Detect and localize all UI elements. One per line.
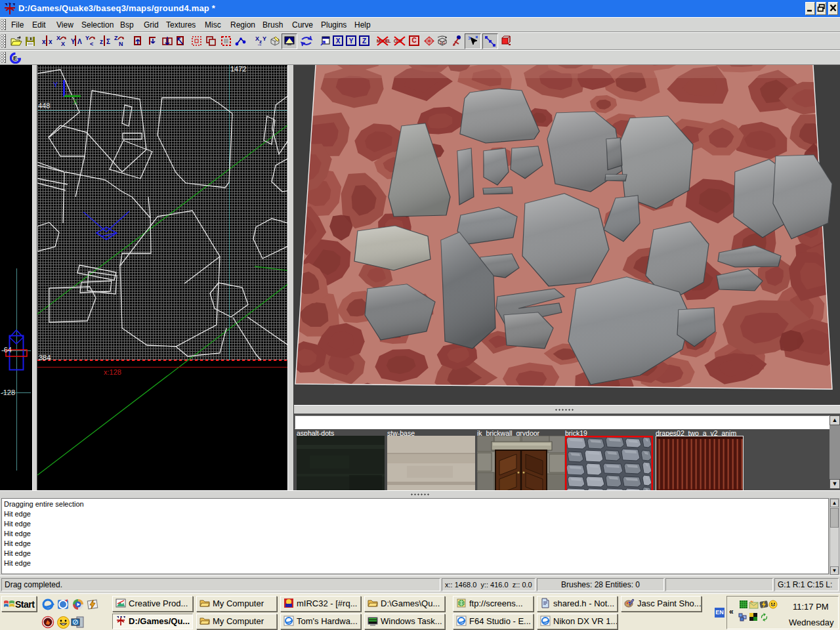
- svg-text:1:1: 1:1: [440, 41, 446, 45]
- svg-text:X: X: [73, 98, 78, 106]
- svg-text:Y: Y: [53, 81, 58, 89]
- svg-text:-64: -64: [1, 346, 12, 354]
- svg-text:E: E: [13, 55, 17, 62]
- svg-text:-128: -128: [1, 388, 15, 396]
- svg-text:x:128: x:128: [104, 368, 121, 376]
- svg-text:1472: 1472: [230, 65, 246, 73]
- svg-text:448: 448: [38, 102, 50, 110]
- svg-text:384: 384: [39, 354, 51, 362]
